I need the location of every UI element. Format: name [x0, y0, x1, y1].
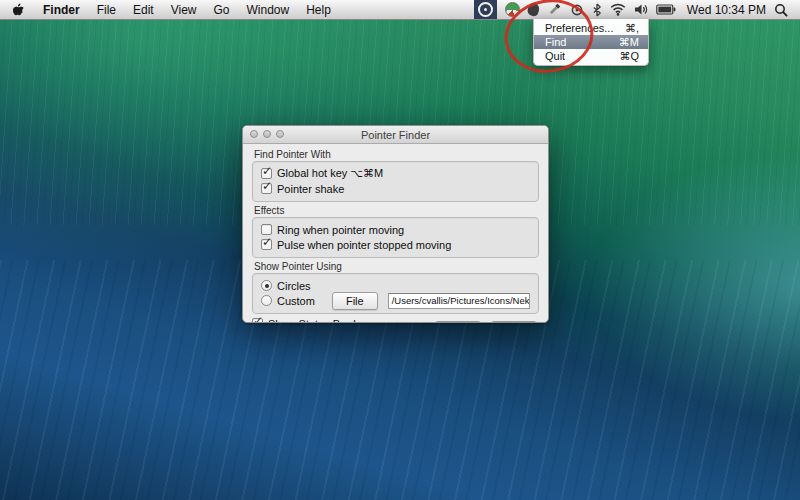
radio-row-custom[interactable]: Custom File /Users/cvallis/Pictures/Icon… [261, 294, 530, 307]
radio-selected[interactable] [261, 280, 272, 291]
menu-item-find[interactable]: Find ⌘M [534, 35, 648, 49]
action-buttons: Close Quit [434, 321, 539, 323]
dark-app-icon[interactable] [528, 0, 539, 19]
radio-label: Custom [277, 295, 315, 307]
menu-help[interactable]: Help [306, 3, 331, 17]
target-icon[interactable] [570, 0, 584, 19]
menu-item-quit[interactable]: Quit ⌘Q [534, 49, 648, 63]
radio-row-circles[interactable]: Circles [261, 279, 530, 292]
menu-bar: Finder File Edit View Go Window Help [0, 0, 800, 20]
menu-bar-left: Finder File Edit View Go Window Help [0, 2, 331, 17]
checkbox-label: Show Status Bar Icon [268, 318, 374, 324]
checkmark-icon: ✓ [262, 179, 272, 193]
pointer-finder-status-icon[interactable] [474, 0, 497, 19]
close-button[interactable]: Close [434, 321, 482, 323]
checkbox-label: Pointer shake [277, 183, 344, 195]
checkmark-icon: ✓ [253, 314, 263, 323]
menu-go[interactable]: Go [214, 3, 230, 17]
pointer-finder-window: Pointer Finder Find Pointer With ✓ Globa… [242, 125, 549, 323]
menu-file[interactable]: File [97, 3, 116, 17]
flashlight-icon[interactable] [547, 0, 562, 19]
window-bottom-row: ✓ Show Status Bar Icon Close Quit [252, 317, 539, 323]
checkbox-checked[interactable]: ✓ [252, 318, 263, 323]
window-titlebar[interactable]: Pointer Finder [243, 126, 548, 144]
checkbox-row-ring-when-moving[interactable]: Ring when pointer moving [261, 223, 530, 236]
checkbox-row-global-hotkey[interactable]: ✓ Global hot key ⌥⌘M [261, 167, 530, 180]
checkbox-label: Global hot key ⌥⌘M [277, 167, 383, 180]
spotlight-icon[interactable] [774, 0, 788, 19]
radio-unselected[interactable] [261, 295, 272, 306]
apple-icon[interactable] [13, 2, 26, 17]
checkmark-icon: ✓ [262, 164, 272, 178]
checkbox-unchecked[interactable] [261, 224, 272, 235]
window-content: Find Pointer With ✓ Global hot key ⌥⌘M ✓… [243, 144, 548, 323]
custom-icon-path-field[interactable]: /Users/cvallis/Pictures/Icons/Neko/icon2 [388, 293, 530, 309]
pointer-circle-icon [478, 2, 493, 17]
volume-icon[interactable] [634, 0, 648, 19]
checkbox-row-pulse-when-stopped[interactable]: ✓ Pulse when pointer stopped moving [261, 238, 530, 251]
battery-icon[interactable] [656, 0, 676, 19]
menu-finder[interactable]: Finder [43, 3, 80, 17]
checkbox-checked[interactable]: ✓ [261, 183, 272, 194]
status-item-menu: Preferences... ⌘, Find ⌘M Quit ⌘Q [533, 19, 649, 66]
checkbox-label: Ring when pointer moving [277, 224, 404, 236]
group-show-pointer-using: Circles Custom File /Users/cvallis/Pictu… [252, 273, 539, 314]
checkmark-icon: ✓ [262, 235, 272, 249]
menu-item-shortcut: ⌘, [625, 22, 639, 35]
file-button[interactable]: File [332, 292, 378, 310]
menu-item-shortcut: ⌘M [619, 36, 639, 49]
group-label-effects: Effects [254, 205, 539, 216]
checkbox-row-show-status-bar-icon[interactable]: ✓ Show Status Bar Icon [252, 317, 374, 323]
menu-bar-status-area: Wed 10:34 PM [474, 0, 800, 19]
menu-item-preferences[interactable]: Preferences... ⌘, [534, 21, 648, 35]
wifi-icon[interactable] [610, 0, 626, 19]
zoom-window-button[interactable] [276, 130, 284, 138]
quit-button[interactable]: Quit [490, 321, 538, 323]
menu-edit[interactable]: Edit [133, 3, 154, 17]
checkbox-row-pointer-shake[interactable]: ✓ Pointer shake [261, 182, 530, 195]
menu-item-label: Find [545, 36, 566, 48]
group-label-show-pointer-using: Show Pointer Using [254, 261, 539, 272]
menu-item-shortcut: ⌘Q [619, 50, 639, 63]
checkbox-checked[interactable]: ✓ [261, 239, 272, 250]
bluetooth-icon[interactable] [592, 0, 602, 19]
globe-app-icon[interactable] [505, 0, 520, 19]
minimize-window-button[interactable] [263, 130, 271, 138]
window-title: Pointer Finder [361, 129, 430, 141]
menu-item-label: Preferences... [545, 22, 613, 34]
group-effects: Ring when pointer moving ✓ Pulse when po… [252, 217, 539, 258]
radio-label: Circles [277, 280, 311, 292]
group-find-pointer-with: ✓ Global hot key ⌥⌘M ✓ Pointer shake [252, 161, 539, 202]
menu-window[interactable]: Window [247, 3, 290, 17]
traffic-lights [250, 130, 284, 138]
checkbox-label: Pulse when pointer stopped moving [277, 239, 451, 251]
group-label-find-pointer-with: Find Pointer With [254, 149, 539, 160]
menu-item-label: Quit [545, 50, 565, 62]
menu-view[interactable]: View [171, 3, 197, 17]
close-window-button[interactable] [250, 130, 258, 138]
checkbox-checked[interactable]: ✓ [261, 168, 272, 179]
menu-bar-clock[interactable]: Wed 10:34 PM [687, 3, 766, 17]
